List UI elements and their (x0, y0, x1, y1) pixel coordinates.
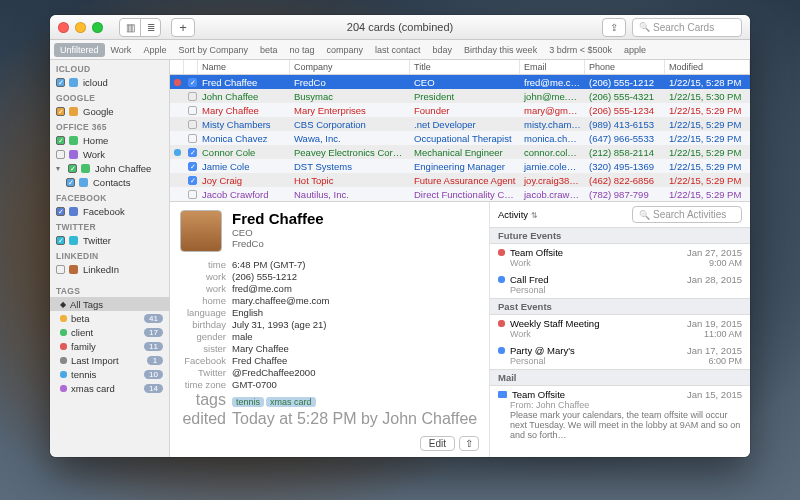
card-field: workfred@me.com (180, 282, 479, 294)
checkbox[interactable]: ✓ (56, 136, 65, 145)
table-row[interactable]: ✓Jamie ColeDST SystemsEngineering Manage… (170, 159, 750, 173)
filter-company[interactable]: company (321, 43, 370, 57)
add-button[interactable]: + (171, 18, 195, 37)
minimize-icon[interactable] (75, 22, 86, 33)
calendar-color-icon (69, 236, 78, 245)
filter-bday[interactable]: bday (427, 43, 459, 57)
filter-beta[interactable]: beta (254, 43, 284, 57)
row-checkbox[interactable] (188, 134, 197, 143)
sidebar-item-linkedin[interactable]: LinkedIn (50, 262, 169, 276)
card-field: work(206) 555-1212 (180, 270, 479, 282)
share-icon[interactable]: ⇪ (602, 18, 626, 37)
count-badge: 10 (144, 370, 163, 379)
filter-no-tag[interactable]: no tag (283, 43, 320, 57)
table-row[interactable]: Mary ChaffeeMary EnterprisesFoundermary@… (170, 103, 750, 117)
filter-last-contact[interactable]: last contact (369, 43, 427, 57)
contact-link[interactable]: fred@me.com (232, 283, 292, 294)
row-checkbox[interactable] (188, 106, 197, 115)
sidebar-item-twitter[interactable]: ✓Twitter (50, 233, 169, 247)
search-cards-input[interactable]: Search Cards (632, 18, 742, 37)
checkbox[interactable]: ✓ (66, 178, 75, 187)
edit-button[interactable]: Edit (420, 436, 455, 451)
avatar (180, 210, 222, 252)
filter-work[interactable]: Work (105, 43, 138, 57)
table-row[interactable]: Monica ChavezWawa, Inc.Occupational Ther… (170, 131, 750, 145)
table-row[interactable]: ✓Joy CraigHot TopicFuture Assurance Agen… (170, 173, 750, 187)
row-checkbox[interactable] (188, 120, 197, 129)
sidebar-item-john-chaffee[interactable]: ▾✓John Chaffee (50, 161, 169, 175)
card-share-icon[interactable]: ⇧ (459, 436, 479, 451)
main-panel: Name Company Title Email Phone Modified … (170, 60, 750, 457)
row-checkbox[interactable]: ✓ (188, 78, 197, 87)
row-checkbox[interactable] (188, 92, 197, 101)
checkbox[interactable]: ✓ (68, 164, 77, 173)
table-row[interactable]: John ChaffeeBusymacPresidentjohn@me.com(… (170, 89, 750, 103)
filter-unfiltered[interactable]: Unfiltered (54, 43, 105, 57)
table-row[interactable]: ✓Connor ColePeavey Electronics Corpor…Me… (170, 145, 750, 159)
activity-item[interactable]: Team OffsiteJan 27, 2015Work9:00 AM (490, 244, 750, 271)
calendar-color-icon (69, 136, 78, 145)
activity-item[interactable]: Call FredJan 28, 2015Personal (490, 271, 750, 298)
tag-xmas-card[interactable]: xmas card14 (50, 381, 169, 395)
tag-family[interactable]: family11 (50, 339, 169, 353)
activity-item[interactable]: Weekly Staff MeetingJan 19, 2015Work11:0… (490, 315, 750, 342)
sidebar-icon[interactable]: ▥ (120, 19, 140, 36)
sidebar-item-icloud[interactable]: ✓icloud (50, 75, 169, 89)
table-header[interactable]: Name Company Title Email Phone Modified (170, 60, 750, 75)
tag-beta[interactable]: beta41 (50, 311, 169, 325)
count-badge: 41 (144, 314, 163, 323)
checkbox[interactable] (56, 150, 65, 159)
sidebar-item-google[interactable]: ✓Google (50, 104, 169, 118)
activity-item[interactable]: Party @ Mary'sJan 17, 2015Personal6:00 P… (490, 342, 750, 369)
sidebar-header: TWITTER (50, 218, 169, 233)
titlebar: ▥≣ + 204 cards (combined) ⇪ Search Cards (50, 15, 750, 40)
row-checkbox[interactable]: ✓ (188, 148, 197, 157)
tag-all-tags[interactable]: ◆All Tags (50, 297, 169, 311)
view-toggle[interactable]: ▥≣ (119, 18, 161, 37)
tag-client[interactable]: client17 (50, 325, 169, 339)
calendar-color-icon (69, 150, 78, 159)
sidebar-item-home[interactable]: ✓Home (50, 133, 169, 147)
tag-chip[interactable]: xmas card (266, 397, 316, 407)
filter-apple[interactable]: apple (618, 43, 652, 57)
calendar-color-icon (79, 178, 88, 187)
tag-color-icon (60, 357, 67, 364)
calendar-color-icon (69, 207, 78, 216)
checkbox[interactable]: ✓ (56, 107, 65, 116)
tag-chip[interactable]: tennis (232, 397, 264, 407)
filter-apple[interactable]: Apple (137, 43, 172, 57)
table-row[interactable]: ✓Fred ChaffeeFredCoCEOfred@me.com(206) 5… (170, 75, 750, 89)
close-icon[interactable] (58, 22, 69, 33)
row-checkbox[interactable]: ✓ (188, 162, 197, 171)
card-field: languageEnglish (180, 306, 479, 318)
sidebar-item-work[interactable]: Work (50, 147, 169, 161)
tag-tennis[interactable]: tennis10 (50, 367, 169, 381)
tag-last-import[interactable]: Last Import1 (50, 353, 169, 367)
checkbox[interactable] (56, 265, 65, 274)
row-checkbox[interactable] (188, 190, 197, 199)
list-icon[interactable]: ≣ (140, 19, 160, 36)
filter-3-bdrm-500k[interactable]: 3 bdrm < $500k (543, 43, 618, 57)
sidebar-header: GOOGLE (50, 89, 169, 104)
checkbox[interactable]: ✓ (56, 236, 65, 245)
checkbox[interactable]: ✓ (56, 207, 65, 216)
contact-company: FredCo (232, 238, 324, 249)
mail-icon (498, 391, 507, 398)
disclosure-icon[interactable]: ▾ (56, 164, 64, 172)
detail-split: Fred Chaffee CEO FredCo time6:48 PM (GMT… (170, 202, 750, 457)
row-checkbox[interactable]: ✓ (188, 176, 197, 185)
table-row[interactable]: Jacob CrawfordNautilus, Inc.Direct Funct… (170, 187, 750, 201)
sidebar-item-contacts[interactable]: ✓Contacts (50, 175, 169, 189)
count-badge: 11 (144, 342, 163, 351)
zoom-icon[interactable] (92, 22, 103, 33)
activity-heading[interactable]: Activity ⇅ (498, 209, 538, 220)
activity-item[interactable]: Team OffsiteJan 15, 2015From: John Chaff… (490, 386, 750, 443)
search-activities-input[interactable]: Search Activities (632, 206, 742, 223)
filter-birthday-this-week[interactable]: Birthday this week (458, 43, 543, 57)
table-row[interactable]: Misty ChambersCBS Corporation.net Develo… (170, 117, 750, 131)
activity-panel: Activity ⇅ Search Activities Future Even… (490, 202, 750, 457)
contact-link[interactable]: mary.chaffee@me.com (232, 295, 329, 306)
sidebar-item-facebook[interactable]: ✓Facebook (50, 204, 169, 218)
filter-sort-by-company[interactable]: Sort by Company (172, 43, 254, 57)
checkbox[interactable]: ✓ (56, 78, 65, 87)
